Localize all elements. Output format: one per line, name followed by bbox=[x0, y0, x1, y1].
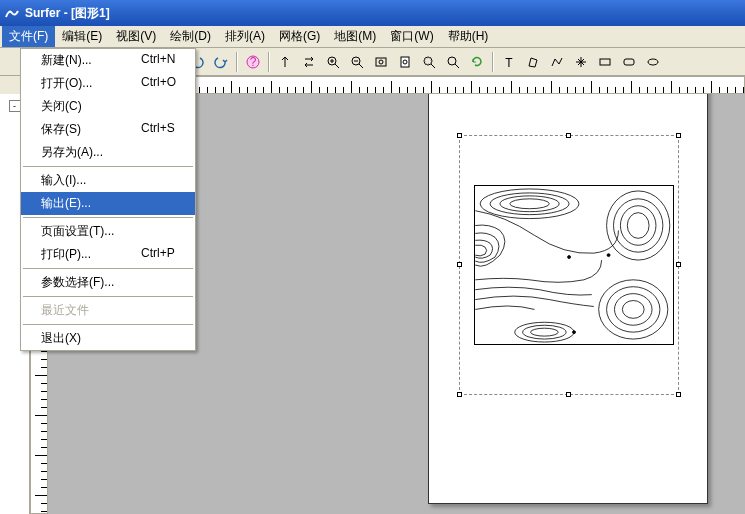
refresh-button[interactable] bbox=[466, 51, 488, 73]
svg-point-14 bbox=[648, 59, 658, 65]
menu-separator bbox=[23, 296, 193, 297]
svg-rect-12 bbox=[600, 59, 610, 65]
menu-separator bbox=[23, 268, 193, 269]
menu-import[interactable]: 输入(I)... bbox=[21, 169, 195, 192]
info-button[interactable]: ? bbox=[242, 51, 264, 73]
resize-handle[interactable] bbox=[457, 133, 462, 138]
svg-point-17 bbox=[500, 196, 559, 212]
menu-saveas[interactable]: 另存为(A)... bbox=[21, 141, 195, 164]
menu-map[interactable]: 地图(M) bbox=[327, 26, 383, 47]
menu-print[interactable]: 打印(P)...Ctrl+P bbox=[21, 243, 195, 266]
contour-lines bbox=[475, 186, 673, 344]
menu-bar: 文件(F) 编辑(E) 视图(V) 绘制(D) 排列(A) 网格(G) 地图(M… bbox=[0, 26, 745, 48]
menu-separator bbox=[23, 166, 193, 167]
resize-handle[interactable] bbox=[457, 392, 462, 397]
zoom-in-button[interactable] bbox=[322, 51, 344, 73]
svg-point-25 bbox=[614, 294, 652, 326]
resize-handle[interactable] bbox=[457, 262, 462, 267]
svg-text:?: ? bbox=[250, 55, 257, 69]
file-menu-dropdown: 新建(N)...Ctrl+N 打开(O)...Ctrl+O 关闭(C) 保存(S… bbox=[20, 48, 196, 351]
app-icon bbox=[4, 5, 20, 21]
menu-pagesetup[interactable]: 页面设置(T)... bbox=[21, 220, 195, 243]
svg-point-20 bbox=[614, 199, 663, 252]
roundrect-tool-button[interactable] bbox=[618, 51, 640, 73]
text-tool-button[interactable]: T bbox=[498, 51, 520, 73]
resize-handle[interactable] bbox=[566, 133, 571, 138]
svg-point-28 bbox=[523, 325, 566, 339]
svg-point-18 bbox=[510, 199, 550, 209]
resize-handle[interactable] bbox=[676, 392, 681, 397]
menu-save[interactable]: 保存(S)Ctrl+S bbox=[21, 118, 195, 141]
redo-button[interactable] bbox=[210, 51, 232, 73]
svg-rect-6 bbox=[401, 57, 409, 67]
svg-point-31 bbox=[607, 254, 610, 257]
menu-edit[interactable]: 编辑(E) bbox=[55, 26, 109, 47]
svg-point-26 bbox=[622, 301, 644, 319]
separator bbox=[268, 52, 270, 72]
menu-help[interactable]: 帮助(H) bbox=[441, 26, 496, 47]
menu-grid[interactable]: 网格(G) bbox=[272, 26, 327, 47]
svg-point-23 bbox=[599, 280, 668, 339]
menu-file[interactable]: 文件(F) bbox=[2, 26, 55, 47]
contour-plot[interactable] bbox=[474, 185, 674, 345]
title-bar: Surfer - [图形1] bbox=[0, 0, 745, 26]
svg-point-21 bbox=[620, 206, 656, 246]
menu-separator bbox=[23, 217, 193, 218]
page bbox=[428, 94, 708, 504]
zoom-select-button[interactable] bbox=[418, 51, 440, 73]
svg-rect-4 bbox=[376, 58, 386, 66]
resize-handle[interactable] bbox=[676, 133, 681, 138]
tree-collapse-icon[interactable]: - bbox=[9, 100, 21, 112]
menu-close[interactable]: 关闭(C) bbox=[21, 95, 195, 118]
svg-text:T: T bbox=[505, 56, 513, 69]
menu-prefs[interactable]: 参数选择(F)... bbox=[21, 271, 195, 294]
ellipse-tool-button[interactable] bbox=[642, 51, 664, 73]
svg-point-19 bbox=[607, 191, 670, 260]
zoom-actual-button[interactable] bbox=[442, 51, 464, 73]
symbol-tool-button[interactable] bbox=[570, 51, 592, 73]
polyline-tool-button[interactable] bbox=[546, 51, 568, 73]
svg-point-15 bbox=[480, 189, 579, 219]
zoom-out-button[interactable] bbox=[346, 51, 368, 73]
menu-draw[interactable]: 绘制(D) bbox=[163, 26, 218, 47]
arrow-up-button[interactable] bbox=[274, 51, 296, 73]
exchange-button[interactable] bbox=[298, 51, 320, 73]
menu-exit[interactable]: 退出(X) bbox=[21, 327, 195, 350]
svg-point-5 bbox=[379, 60, 383, 64]
menu-open[interactable]: 打开(O)...Ctrl+O bbox=[21, 72, 195, 95]
menu-view[interactable]: 视图(V) bbox=[109, 26, 163, 47]
resize-handle[interactable] bbox=[676, 262, 681, 267]
rect-tool-button[interactable] bbox=[594, 51, 616, 73]
window-title: Surfer - [图形1] bbox=[25, 5, 110, 22]
menu-export[interactable]: 输出(E)... bbox=[21, 192, 195, 215]
svg-rect-13 bbox=[624, 59, 634, 65]
zoom-page-button[interactable] bbox=[394, 51, 416, 73]
menu-recent: 最近文件 bbox=[21, 299, 195, 322]
menu-separator bbox=[23, 324, 193, 325]
menu-arrange[interactable]: 排列(A) bbox=[218, 26, 272, 47]
resize-handle[interactable] bbox=[566, 392, 571, 397]
svg-rect-9 bbox=[425, 58, 431, 64]
svg-point-32 bbox=[573, 331, 576, 334]
separator bbox=[236, 52, 238, 72]
svg-point-10 bbox=[448, 57, 456, 65]
separator bbox=[492, 52, 494, 72]
svg-point-29 bbox=[531, 328, 559, 336]
svg-point-22 bbox=[627, 213, 649, 239]
menu-new[interactable]: 新建(N)...Ctrl+N bbox=[21, 49, 195, 72]
svg-point-30 bbox=[568, 256, 571, 259]
polygon-tool-button[interactable] bbox=[522, 51, 544, 73]
menu-window[interactable]: 窗口(W) bbox=[383, 26, 440, 47]
zoom-fit-button[interactable] bbox=[370, 51, 392, 73]
